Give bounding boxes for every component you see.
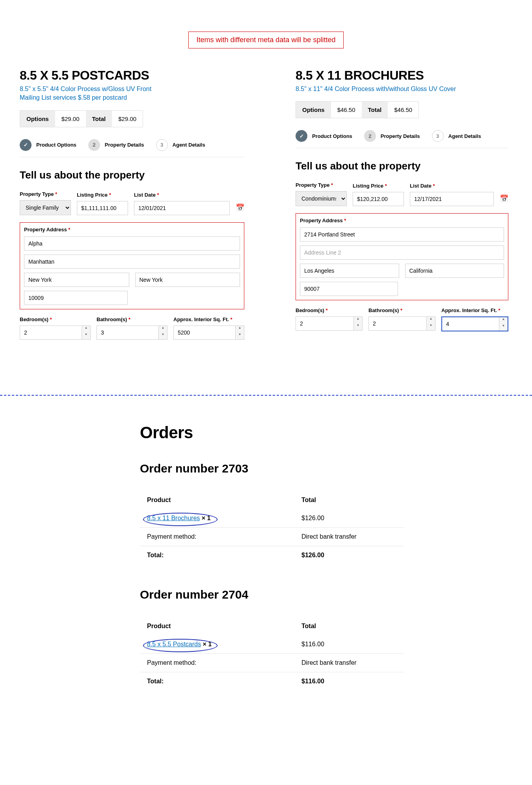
bathrooms-input[interactable] bbox=[369, 317, 426, 330]
product-title: 8.5 X 5.5 POSTCARDS bbox=[20, 68, 244, 83]
payment-method-label: Payment method: bbox=[140, 533, 301, 540]
list-date-label: List Date * bbox=[134, 192, 230, 198]
list-date-input[interactable] bbox=[134, 201, 230, 215]
bedrooms-input[interactable] bbox=[296, 317, 353, 330]
spinner-icon[interactable]: ▲▼ bbox=[82, 326, 90, 339]
total-label: Total: bbox=[140, 678, 301, 685]
bedrooms-label: Bedroom(s) * bbox=[20, 316, 91, 322]
product-column-header: Product bbox=[140, 623, 301, 630]
property-type-select[interactable]: Single Family bbox=[20, 200, 71, 215]
calendar-icon[interactable]: 📅 bbox=[500, 191, 508, 206]
bathrooms-label: Bathroom(s) * bbox=[368, 307, 435, 313]
city-input[interactable] bbox=[300, 264, 399, 278]
line-total: $116.00 bbox=[301, 641, 404, 648]
sqft-label: Approx. Interior Sq. Ft. * bbox=[441, 307, 508, 313]
product-qty: × 1 bbox=[201, 641, 212, 647]
step-indicator: ✓ Product Options 2 Property Details 3 A… bbox=[296, 130, 508, 142]
address-box: Property Address * bbox=[296, 213, 508, 300]
state-input[interactable] bbox=[405, 264, 504, 278]
checkmark-icon: ✓ bbox=[296, 130, 307, 142]
banner-notice: Items with different meta data will be s… bbox=[188, 32, 344, 48]
sqft-input[interactable] bbox=[174, 326, 235, 339]
total-column-header: Total bbox=[301, 497, 404, 504]
orders-heading: Orders bbox=[140, 423, 404, 442]
step-product-options[interactable]: ✓ Product Options bbox=[20, 139, 76, 151]
step-number: 2 bbox=[364, 130, 376, 142]
property-address-label: Property Address * bbox=[24, 227, 240, 233]
listing-price-label: Listing Price * bbox=[77, 192, 128, 198]
payment-method-value: Direct bank transfer bbox=[301, 533, 404, 540]
product-title: 8.5 X 11 BROCHURES bbox=[296, 68, 508, 83]
section-heading: Tell us about the property bbox=[20, 169, 244, 181]
address-line1-input[interactable] bbox=[24, 236, 240, 251]
options-price: $46.50 bbox=[331, 102, 362, 118]
dashed-divider bbox=[0, 395, 532, 396]
list-date-label: List Date * bbox=[410, 183, 494, 189]
property-type-select[interactable]: Condominiums bbox=[296, 191, 347, 206]
calendar-icon[interactable]: 📅 bbox=[236, 200, 244, 215]
order-block: Order number 2703 Product Total 8.5 x 11… bbox=[140, 462, 404, 564]
divider bbox=[296, 148, 508, 148]
annotation-ellipse: 8.5 x 5.5 Postcards × 1 bbox=[147, 641, 212, 647]
step-agent-details[interactable]: 3 Agent Details bbox=[156, 139, 205, 151]
listing-price-input[interactable] bbox=[353, 192, 404, 206]
sqft-label: Approx. Interior Sq. Ft. * bbox=[173, 316, 244, 322]
step-number: 2 bbox=[88, 139, 100, 151]
price-summary: Options $46.50 Total $46.50 bbox=[296, 101, 419, 118]
total-label: Total bbox=[362, 102, 388, 118]
payment-method-value: Direct bank transfer bbox=[301, 659, 404, 666]
total-price: $29.00 bbox=[112, 111, 143, 127]
product-column-header: Product bbox=[140, 497, 301, 504]
payment-method-label: Payment method: bbox=[140, 659, 301, 666]
city-input[interactable] bbox=[24, 273, 129, 287]
step-number: 3 bbox=[432, 130, 444, 142]
step-product-options[interactable]: ✓ Product Options bbox=[296, 130, 352, 142]
spinner-icon[interactable]: ▲▼ bbox=[426, 317, 435, 330]
total-label: Total: bbox=[140, 552, 301, 559]
annotation-ellipse: 8.5 x 11 Brochures × 1 bbox=[147, 515, 210, 521]
bedrooms-input[interactable] bbox=[20, 326, 82, 339]
bedrooms-label: Bedroom(s) * bbox=[296, 307, 363, 313]
spinner-icon[interactable]: ▲▼ bbox=[353, 317, 362, 330]
state-input[interactable] bbox=[135, 273, 240, 287]
address-line2-input[interactable] bbox=[24, 255, 240, 269]
sqft-input[interactable] bbox=[442, 317, 499, 331]
total-price: $46.50 bbox=[388, 102, 419, 118]
order-number-heading: Order number 2704 bbox=[140, 588, 404, 601]
step-indicator: ✓ Product Options 2 Property Details 3 A… bbox=[20, 139, 244, 151]
step-number: 3 bbox=[156, 139, 168, 151]
total-value: $116.00 bbox=[301, 678, 404, 685]
section-heading: Tell us about the property bbox=[296, 160, 508, 172]
product-qty: × 1 bbox=[200, 515, 210, 521]
address-line2-input[interactable] bbox=[300, 246, 504, 260]
divider bbox=[20, 157, 244, 157]
price-summary: Options $29.00 Total $29.00 bbox=[20, 110, 143, 127]
spinner-icon[interactable]: ▲▼ bbox=[158, 326, 167, 339]
zip-input[interactable] bbox=[24, 291, 128, 305]
property-address-label: Property Address * bbox=[300, 218, 504, 223]
order-number-heading: Order number 2703 bbox=[140, 462, 404, 475]
options-label: Options bbox=[20, 111, 55, 127]
total-column-header: Total bbox=[301, 623, 404, 630]
spinner-icon[interactable]: ▲▼ bbox=[499, 317, 508, 331]
listing-price-label: Listing Price * bbox=[353, 183, 404, 189]
address-box: Property Address * bbox=[20, 222, 244, 309]
property-type-label: Property Type * bbox=[296, 182, 347, 188]
options-label: Options bbox=[296, 102, 331, 118]
options-price: $29.00 bbox=[55, 111, 86, 127]
step-property-details[interactable]: 2 Property Details bbox=[364, 130, 420, 142]
zip-input[interactable] bbox=[300, 282, 398, 296]
order-block: Order number 2704 Product Total 8.5 x 5.… bbox=[140, 588, 404, 690]
product-subtitle: 8.5" x 11" 4/4 Color Process with/withou… bbox=[296, 85, 508, 93]
listing-price-input[interactable] bbox=[77, 201, 128, 215]
line-total: $126.00 bbox=[301, 515, 404, 522]
product-link[interactable]: 8.5 x 5.5 Postcards bbox=[147, 641, 201, 647]
total-label: Total bbox=[86, 111, 112, 127]
step-property-details[interactable]: 2 Property Details bbox=[88, 139, 144, 151]
spinner-icon[interactable]: ▲▼ bbox=[235, 326, 244, 339]
step-agent-details[interactable]: 3 Agent Details bbox=[432, 130, 481, 142]
address-line1-input[interactable] bbox=[300, 227, 504, 242]
bathrooms-input[interactable] bbox=[97, 326, 158, 339]
list-date-input[interactable] bbox=[410, 192, 494, 206]
product-link[interactable]: 8.5 x 11 Brochures bbox=[147, 515, 200, 521]
